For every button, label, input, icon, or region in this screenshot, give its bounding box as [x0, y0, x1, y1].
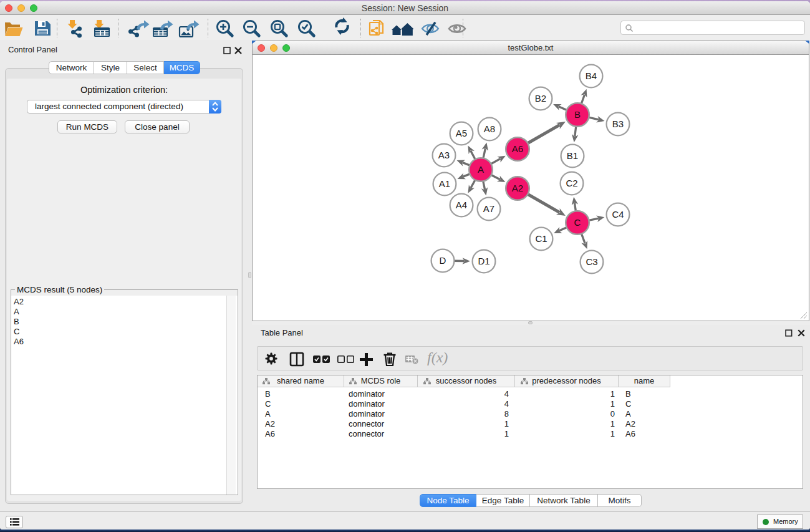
svg-text:A2: A2: [512, 183, 523, 193]
svg-text:B: B: [574, 109, 581, 120]
svg-text:A7: A7: [483, 203, 494, 214]
svg-text:D1: D1: [478, 256, 489, 266]
svg-text:A1: A1: [439, 178, 450, 189]
svg-text:B1: B1: [567, 150, 578, 161]
svg-text:A3: A3: [438, 150, 450, 160]
svg-text:B4: B4: [586, 70, 597, 81]
svg-text:A5: A5: [456, 128, 467, 138]
svg-text:C3: C3: [586, 256, 597, 267]
svg-text:B3: B3: [612, 118, 624, 129]
svg-text:f(x): f(x): [427, 349, 448, 365]
svg-text:C1: C1: [535, 233, 547, 244]
svg-text:A6: A6: [512, 143, 523, 154]
svg-text:C: C: [574, 217, 581, 228]
svg-text:A4: A4: [456, 200, 467, 210]
svg-text:C2: C2: [566, 178, 577, 188]
svg-text:A: A: [478, 164, 484, 175]
svg-text:B2: B2: [535, 93, 546, 104]
svg-text:D: D: [440, 255, 446, 266]
svg-text:C4: C4: [612, 209, 624, 220]
svg-text:A8: A8: [484, 123, 495, 134]
